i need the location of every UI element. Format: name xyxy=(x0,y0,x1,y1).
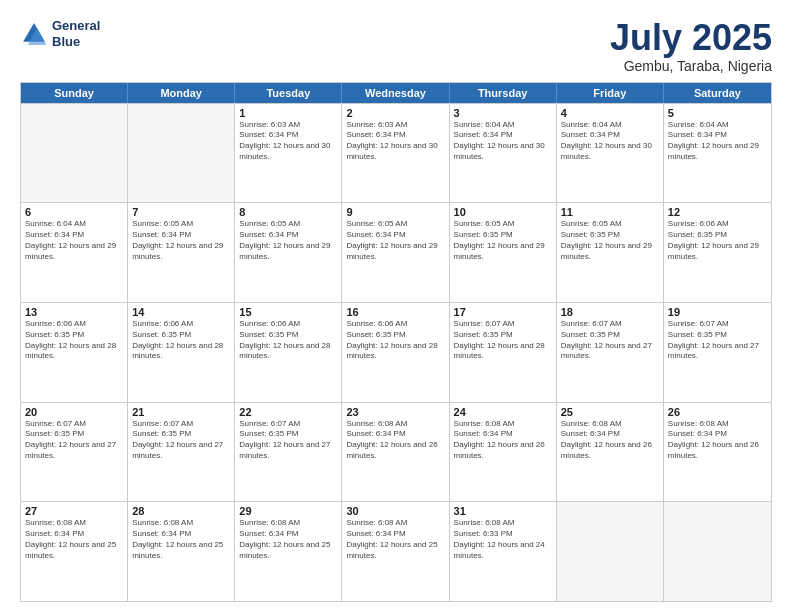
day-info: Sunrise: 6:06 AMSunset: 6:35 PMDaylight:… xyxy=(25,319,123,362)
day-cell-20: 20Sunrise: 6:07 AMSunset: 6:35 PMDayligh… xyxy=(21,403,128,502)
day-number: 2 xyxy=(346,107,444,119)
day-info: Sunrise: 6:07 AMSunset: 6:35 PMDaylight:… xyxy=(239,419,337,462)
day-info: Sunrise: 6:08 AMSunset: 6:34 PMDaylight:… xyxy=(239,518,337,561)
day-info: Sunrise: 6:04 AMSunset: 6:34 PMDaylight:… xyxy=(25,219,123,262)
day-cell-9: 9Sunrise: 6:05 AMSunset: 6:34 PMDaylight… xyxy=(342,203,449,302)
logo-text: General Blue xyxy=(52,18,100,49)
day-info: Sunrise: 6:07 AMSunset: 6:35 PMDaylight:… xyxy=(561,319,659,362)
day-cell-16: 16Sunrise: 6:06 AMSunset: 6:35 PMDayligh… xyxy=(342,303,449,402)
day-number: 31 xyxy=(454,505,552,517)
day-number: 9 xyxy=(346,206,444,218)
day-info: Sunrise: 6:07 AMSunset: 6:35 PMDaylight:… xyxy=(25,419,123,462)
day-info: Sunrise: 6:04 AMSunset: 6:34 PMDaylight:… xyxy=(561,120,659,163)
day-number: 22 xyxy=(239,406,337,418)
day-number: 19 xyxy=(668,306,767,318)
day-info: Sunrise: 6:06 AMSunset: 6:35 PMDaylight:… xyxy=(668,219,767,262)
day-cell-29: 29Sunrise: 6:08 AMSunset: 6:34 PMDayligh… xyxy=(235,502,342,601)
day-info: Sunrise: 6:05 AMSunset: 6:34 PMDaylight:… xyxy=(239,219,337,262)
day-header-wednesday: Wednesday xyxy=(342,83,449,103)
day-number: 17 xyxy=(454,306,552,318)
day-number: 30 xyxy=(346,505,444,517)
day-cell-26: 26Sunrise: 6:08 AMSunset: 6:34 PMDayligh… xyxy=(664,403,771,502)
day-cell-21: 21Sunrise: 6:07 AMSunset: 6:35 PMDayligh… xyxy=(128,403,235,502)
day-info: Sunrise: 6:07 AMSunset: 6:35 PMDaylight:… xyxy=(132,419,230,462)
day-info: Sunrise: 6:08 AMSunset: 6:33 PMDaylight:… xyxy=(454,518,552,561)
page: General Blue July 2025 Gembu, Taraba, Ni… xyxy=(0,0,792,612)
day-cell-25: 25Sunrise: 6:08 AMSunset: 6:34 PMDayligh… xyxy=(557,403,664,502)
day-number: 7 xyxy=(132,206,230,218)
day-info: Sunrise: 6:05 AMSunset: 6:35 PMDaylight:… xyxy=(454,219,552,262)
day-number: 6 xyxy=(25,206,123,218)
day-cell-12: 12Sunrise: 6:06 AMSunset: 6:35 PMDayligh… xyxy=(664,203,771,302)
day-number: 29 xyxy=(239,505,337,517)
day-info: Sunrise: 6:06 AMSunset: 6:35 PMDaylight:… xyxy=(239,319,337,362)
day-cell-18: 18Sunrise: 6:07 AMSunset: 6:35 PMDayligh… xyxy=(557,303,664,402)
day-info: Sunrise: 6:08 AMSunset: 6:34 PMDaylight:… xyxy=(454,419,552,462)
day-number: 10 xyxy=(454,206,552,218)
week-row-2: 6Sunrise: 6:04 AMSunset: 6:34 PMDaylight… xyxy=(21,202,771,302)
day-info: Sunrise: 6:07 AMSunset: 6:35 PMDaylight:… xyxy=(668,319,767,362)
empty-cell xyxy=(21,104,128,203)
day-number: 1 xyxy=(239,107,337,119)
day-number: 14 xyxy=(132,306,230,318)
day-cell-11: 11Sunrise: 6:05 AMSunset: 6:35 PMDayligh… xyxy=(557,203,664,302)
day-number: 26 xyxy=(668,406,767,418)
logo: General Blue xyxy=(20,18,100,49)
day-info: Sunrise: 6:05 AMSunset: 6:35 PMDaylight:… xyxy=(561,219,659,262)
day-cell-13: 13Sunrise: 6:06 AMSunset: 6:35 PMDayligh… xyxy=(21,303,128,402)
calendar-header: SundayMondayTuesdayWednesdayThursdayFrid… xyxy=(21,83,771,103)
day-cell-4: 4Sunrise: 6:04 AMSunset: 6:34 PMDaylight… xyxy=(557,104,664,203)
week-row-1: 1Sunrise: 6:03 AMSunset: 6:34 PMDaylight… xyxy=(21,103,771,203)
day-cell-27: 27Sunrise: 6:08 AMSunset: 6:34 PMDayligh… xyxy=(21,502,128,601)
day-info: Sunrise: 6:06 AMSunset: 6:35 PMDaylight:… xyxy=(346,319,444,362)
day-number: 3 xyxy=(454,107,552,119)
day-info: Sunrise: 6:05 AMSunset: 6:34 PMDaylight:… xyxy=(132,219,230,262)
day-header-saturday: Saturday xyxy=(664,83,771,103)
day-number: 12 xyxy=(668,206,767,218)
day-number: 28 xyxy=(132,505,230,517)
calendar-body: 1Sunrise: 6:03 AMSunset: 6:34 PMDaylight… xyxy=(21,103,771,601)
day-cell-30: 30Sunrise: 6:08 AMSunset: 6:34 PMDayligh… xyxy=(342,502,449,601)
day-info: Sunrise: 6:08 AMSunset: 6:34 PMDaylight:… xyxy=(346,419,444,462)
day-info: Sunrise: 6:08 AMSunset: 6:34 PMDaylight:… xyxy=(668,419,767,462)
day-header-friday: Friday xyxy=(557,83,664,103)
day-info: Sunrise: 6:03 AMSunset: 6:34 PMDaylight:… xyxy=(239,120,337,163)
empty-cell xyxy=(557,502,664,601)
day-info: Sunrise: 6:04 AMSunset: 6:34 PMDaylight:… xyxy=(668,120,767,163)
day-info: Sunrise: 6:08 AMSunset: 6:34 PMDaylight:… xyxy=(346,518,444,561)
day-cell-8: 8Sunrise: 6:05 AMSunset: 6:34 PMDaylight… xyxy=(235,203,342,302)
day-cell-23: 23Sunrise: 6:08 AMSunset: 6:34 PMDayligh… xyxy=(342,403,449,502)
week-row-4: 20Sunrise: 6:07 AMSunset: 6:35 PMDayligh… xyxy=(21,402,771,502)
week-row-5: 27Sunrise: 6:08 AMSunset: 6:34 PMDayligh… xyxy=(21,501,771,601)
day-header-monday: Monday xyxy=(128,83,235,103)
day-number: 24 xyxy=(454,406,552,418)
day-number: 27 xyxy=(25,505,123,517)
day-cell-28: 28Sunrise: 6:08 AMSunset: 6:34 PMDayligh… xyxy=(128,502,235,601)
main-title: July 2025 xyxy=(610,18,772,58)
day-info: Sunrise: 6:03 AMSunset: 6:34 PMDaylight:… xyxy=(346,120,444,163)
day-info: Sunrise: 6:06 AMSunset: 6:35 PMDaylight:… xyxy=(132,319,230,362)
day-number: 16 xyxy=(346,306,444,318)
day-header-tuesday: Tuesday xyxy=(235,83,342,103)
empty-cell xyxy=(128,104,235,203)
day-number: 4 xyxy=(561,107,659,119)
day-cell-10: 10Sunrise: 6:05 AMSunset: 6:35 PMDayligh… xyxy=(450,203,557,302)
day-info: Sunrise: 6:08 AMSunset: 6:34 PMDaylight:… xyxy=(561,419,659,462)
day-info: Sunrise: 6:08 AMSunset: 6:34 PMDaylight:… xyxy=(25,518,123,561)
day-number: 8 xyxy=(239,206,337,218)
logo-icon xyxy=(20,20,48,48)
day-number: 15 xyxy=(239,306,337,318)
day-cell-17: 17Sunrise: 6:07 AMSunset: 6:35 PMDayligh… xyxy=(450,303,557,402)
day-number: 25 xyxy=(561,406,659,418)
header: General Blue July 2025 Gembu, Taraba, Ni… xyxy=(20,18,772,74)
day-cell-14: 14Sunrise: 6:06 AMSunset: 6:35 PMDayligh… xyxy=(128,303,235,402)
day-cell-1: 1Sunrise: 6:03 AMSunset: 6:34 PMDaylight… xyxy=(235,104,342,203)
empty-cell xyxy=(664,502,771,601)
day-number: 23 xyxy=(346,406,444,418)
day-number: 20 xyxy=(25,406,123,418)
day-cell-31: 31Sunrise: 6:08 AMSunset: 6:33 PMDayligh… xyxy=(450,502,557,601)
day-header-thursday: Thursday xyxy=(450,83,557,103)
day-cell-6: 6Sunrise: 6:04 AMSunset: 6:34 PMDaylight… xyxy=(21,203,128,302)
day-number: 18 xyxy=(561,306,659,318)
week-row-3: 13Sunrise: 6:06 AMSunset: 6:35 PMDayligh… xyxy=(21,302,771,402)
